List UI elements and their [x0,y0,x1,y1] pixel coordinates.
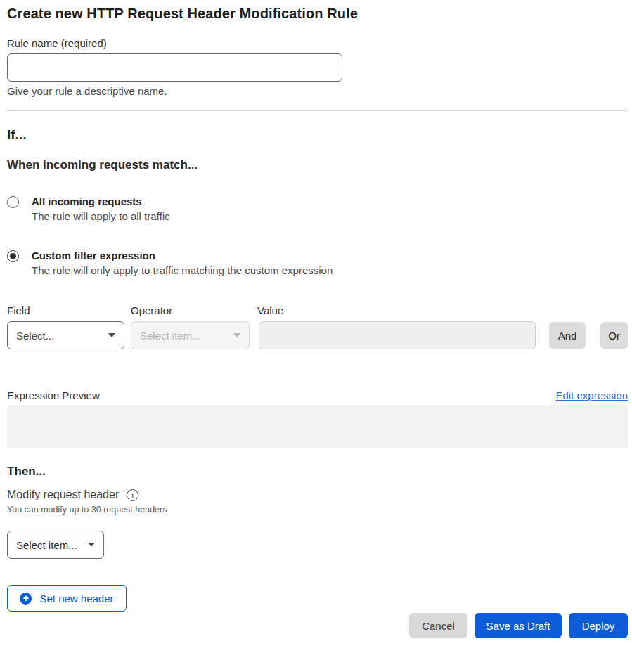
modify-header-note: You can modify up to 30 request headers [7,505,628,515]
value-input[interactable] [259,321,536,349]
chevron-down-icon [233,333,240,337]
header-action-select-value: Select item... [16,539,77,551]
operator-label: Operator [131,304,257,316]
radio-desc-custom-expression: The rule will only apply to traffic matc… [32,264,333,276]
radio-label-custom-expression[interactable]: Custom filter expression [32,250,333,261]
footer-actions: Cancel Save as Draft Deploy [7,613,628,638]
operator-select[interactable]: Select item... [131,321,250,349]
or-button[interactable]: Or [600,322,628,349]
plus-icon: + [20,593,32,605]
radio-button-unchecked[interactable] [7,196,19,208]
chevron-down-icon [108,333,115,337]
radio-option-texts: All incoming requests The rule will appl… [32,195,169,222]
deploy-button[interactable]: Deploy [569,613,628,638]
rule-name-label: Rule name (required) [7,37,628,49]
rule-name-help: Give your rule a descriptive name. [7,85,628,97]
radio-option-texts: Custom filter expression The rule will o… [32,250,333,276]
and-button[interactable]: And [549,322,586,349]
field-select-value: Select... [16,330,54,342]
value-label: Value [257,304,628,316]
radio-option-all-requests[interactable]: All incoming requests The rule will appl… [7,195,628,222]
create-rule-page: Create new HTTP Request Header Modificat… [0,0,632,638]
page-title: Create new HTTP Request Header Modificat… [7,6,628,22]
expression-builder-labels: Field Operator Value [7,304,628,316]
radio-button-checked[interactable] [7,250,19,262]
expression-preview-header: Expression Preview Edit expression [7,389,628,401]
radio-desc-all-requests: The rule will apply to all traffic [32,210,169,222]
rule-name-input[interactable] [7,53,342,82]
operator-select-value: Select item... [140,330,201,342]
radio-option-custom-expression[interactable]: Custom filter expression The rule will o… [7,250,628,276]
info-icon[interactable]: i [127,489,138,501]
header-action-select[interactable]: Select item... [7,531,104,559]
save-as-draft-button[interactable]: Save as Draft [475,613,562,638]
field-select[interactable]: Select... [7,321,124,349]
section-divider [7,110,628,111]
expression-preview-label: Expression Preview [7,389,100,401]
cancel-button[interactable]: Cancel [409,613,467,638]
when-match-subheading: When incoming requests match... [7,158,628,172]
then-heading: Then... [7,465,628,479]
edit-expression-link[interactable]: Edit expression [555,389,628,401]
radio-label-all-requests[interactable]: All incoming requests [32,195,169,207]
if-heading: If... [7,127,628,143]
field-label: Field [7,304,131,316]
expression-preview-box [7,405,628,448]
set-new-header-label: Set new header [39,593,113,605]
expression-builder-row: Select... Select item... And Or [7,321,628,349]
chevron-down-icon [88,543,95,547]
modify-request-header-label: Modify request header [7,489,119,501]
set-new-header-button[interactable]: + Set new header [7,585,127,612]
modify-header-row: Modify request header i [7,489,628,501]
